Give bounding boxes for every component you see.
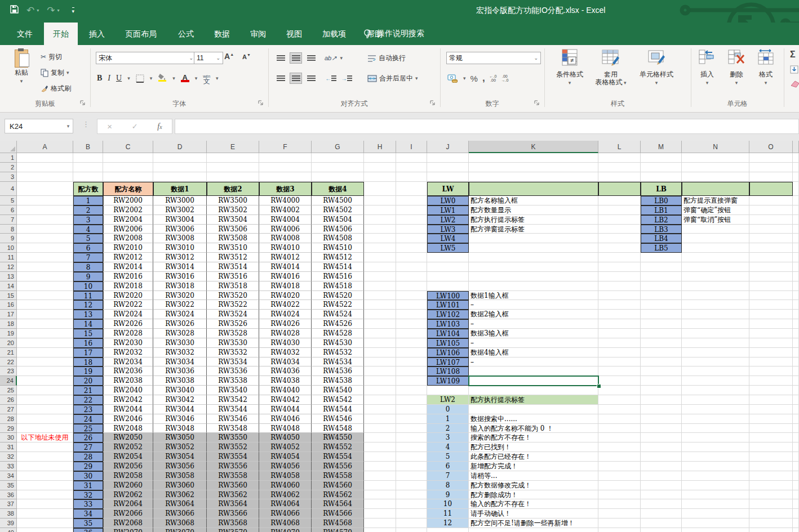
cell-C37[interactable]: RW2064: [103, 499, 153, 509]
cell-A9[interactable]: [17, 234, 73, 243]
cell-O38[interactable]: [749, 509, 793, 518]
cell-B39[interactable]: 35: [73, 518, 103, 528]
cell-O40[interactable]: [749, 528, 793, 532]
cell-E12[interactable]: RW3514: [207, 262, 259, 272]
cell-N15[interactable]: [682, 291, 749, 301]
row-header-18[interactable]: 18: [0, 319, 17, 329]
cell-A23[interactable]: [17, 366, 73, 376]
cell-E23[interactable]: RW3536: [207, 366, 259, 376]
cell-E17[interactable]: RW3524: [207, 310, 259, 319]
row-header-32[interactable]: 32: [0, 452, 17, 462]
cell-P25[interactable]: [793, 386, 799, 395]
cell-H34[interactable]: [364, 471, 396, 481]
redo-icon[interactable]: ↷: [47, 5, 55, 16]
cell-B19[interactable]: 15: [73, 329, 103, 338]
cell-F29[interactable]: RW4048: [259, 424, 312, 433]
merge-center-button[interactable]: 合并后居中: [379, 74, 413, 83]
cell-F8[interactable]: RW4006: [259, 225, 312, 234]
column-header-L[interactable]: L: [598, 141, 641, 153]
cell-D4[interactable]: 数据1: [153, 182, 207, 196]
number-dialog-launcher-icon[interactable]: [534, 100, 540, 106]
menu-tab-8[interactable]: 视图: [277, 23, 311, 45]
cell-O30[interactable]: [749, 433, 793, 442]
cell-N12[interactable]: [682, 262, 749, 272]
paste-button[interactable]: 粘贴▾: [8, 48, 35, 85]
cell-K12[interactable]: [469, 262, 598, 272]
cell-K23[interactable]: [469, 366, 598, 376]
cell-H14[interactable]: [364, 281, 396, 291]
delete-cells-button[interactable]: 删除▾: [723, 48, 749, 87]
cell-P28[interactable]: [793, 414, 799, 424]
cell-N22[interactable]: [682, 357, 749, 367]
cell-C24[interactable]: RW2038: [103, 376, 153, 386]
cell-E40[interactable]: RW3570: [207, 528, 259, 532]
cell-G3[interactable]: [312, 172, 364, 182]
cell-C2[interactable]: [103, 163, 153, 172]
cell-L8[interactable]: [598, 225, 641, 234]
cell-G40[interactable]: RW4570: [312, 528, 364, 532]
cell-G4[interactable]: 数据4: [312, 182, 364, 196]
cell-B34[interactable]: 30: [73, 471, 103, 481]
cell-G25[interactable]: RW4540: [312, 386, 364, 395]
cell-H16[interactable]: [364, 300, 396, 310]
cell-E36[interactable]: RW3562: [207, 490, 259, 500]
cell-F10[interactable]: RW4010: [259, 243, 312, 253]
cell-O31[interactable]: [749, 442, 793, 452]
cell-H13[interactable]: [364, 272, 396, 281]
cell-H29[interactable]: [364, 424, 396, 433]
cell-L6[interactable]: [598, 205, 641, 215]
cell-F40[interactable]: RW4070: [259, 528, 312, 532]
cell-J29[interactable]: 2: [427, 424, 469, 433]
cell-I33[interactable]: [396, 462, 427, 471]
cell-J30[interactable]: 3: [427, 433, 469, 442]
cell-P23[interactable]: [793, 366, 799, 376]
cell-J1[interactable]: [427, 153, 469, 163]
cell-E10[interactable]: RW3510: [207, 243, 259, 253]
cell-E9[interactable]: RW3508: [207, 234, 259, 243]
cell-K15[interactable]: 数据1输入框: [469, 291, 598, 301]
row-header-1[interactable]: 1: [0, 153, 17, 163]
cell-A4[interactable]: [17, 182, 73, 196]
cell-L2[interactable]: [598, 163, 641, 172]
cell-K5[interactable]: 配方名称输入框: [469, 196, 598, 205]
accounting-caret-icon[interactable]: ▾: [463, 75, 466, 81]
cell-J13[interactable]: [427, 272, 469, 281]
cell-H15[interactable]: [364, 291, 396, 301]
cell-M1[interactable]: [641, 153, 682, 163]
cell-H21[interactable]: [364, 348, 396, 357]
cell-K38[interactable]: 请手动确认！: [469, 509, 598, 518]
cell-F13[interactable]: RW4016: [259, 272, 312, 281]
cell-J7[interactable]: LW2: [427, 215, 469, 225]
cell-J19[interactable]: LW104: [427, 329, 469, 338]
menu-tab-7[interactable]: 审阅: [241, 23, 275, 45]
cell-B29[interactable]: 25: [73, 424, 103, 433]
cell-I15[interactable]: [396, 291, 427, 301]
cell-P34[interactable]: [793, 471, 799, 481]
cell-C36[interactable]: RW2062: [103, 490, 153, 500]
cell-B10[interactable]: 6: [73, 243, 103, 253]
cell-P6[interactable]: [793, 205, 799, 215]
cell-C33[interactable]: RW2056: [103, 462, 153, 471]
cell-B24[interactable]: 20: [73, 376, 103, 386]
cell-I13[interactable]: [396, 272, 427, 281]
row-header-14[interactable]: 14: [0, 281, 17, 291]
decrease-decimal-icon[interactable]: .00→.0: [501, 74, 508, 82]
cell-P35[interactable]: [793, 481, 799, 490]
cell-P7[interactable]: [793, 215, 799, 225]
fill-color-icon[interactable]: [158, 73, 167, 83]
cell-B32[interactable]: 28: [73, 452, 103, 462]
row-header-35[interactable]: 35: [0, 481, 17, 490]
cell-D38[interactable]: RW3066: [153, 509, 207, 518]
cell-D2[interactable]: [153, 163, 207, 172]
row-header-29[interactable]: 29: [0, 424, 17, 433]
formula-input[interactable]: [175, 119, 799, 134]
cell-J5[interactable]: LW0: [427, 196, 469, 205]
cell-N26[interactable]: [682, 395, 749, 405]
cell-A3[interactable]: [17, 172, 73, 182]
row-header-34[interactable]: 34: [0, 471, 17, 481]
cell-E28[interactable]: RW3546: [207, 414, 259, 424]
cell-J11[interactable]: [427, 253, 469, 262]
cell-P1[interactable]: [793, 153, 799, 163]
row-header-28[interactable]: 28: [0, 414, 17, 424]
cell-G1[interactable]: [312, 153, 364, 163]
